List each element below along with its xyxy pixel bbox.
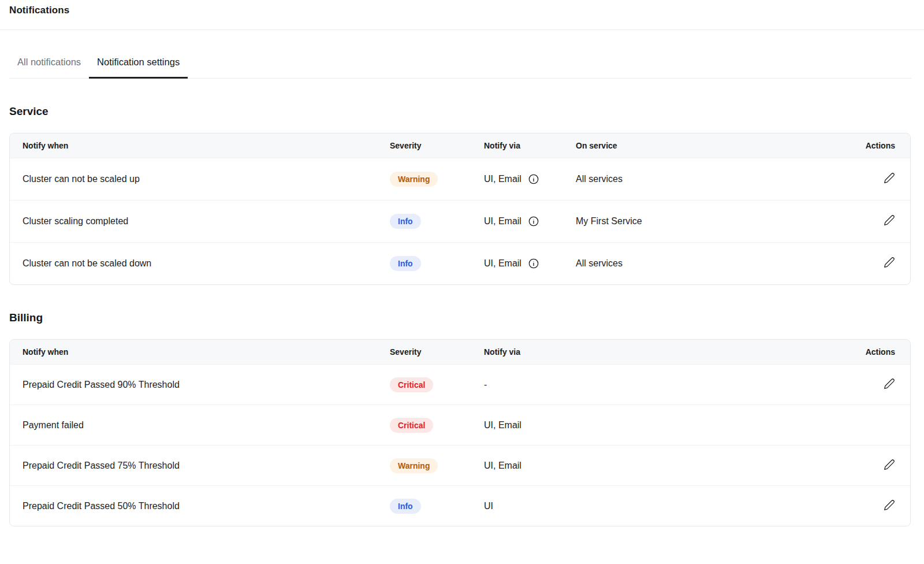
col-header-notify-via: Notify via: [471, 133, 563, 158]
severity-badge: Critical: [390, 418, 433, 433]
tab-all-notifications[interactable]: All notifications: [9, 51, 89, 79]
billing-header-row: Notify when Severity Notify via Actions: [10, 340, 910, 364]
info-icon[interactable]: [528, 258, 539, 269]
notify-when-cell: Cluster scaling completed: [10, 200, 377, 242]
notify-when-cell: Prepaid Credit Passed 75% Threshold: [10, 445, 377, 485]
service-table: Notify when Severity Notify via On servi…: [9, 133, 911, 285]
pencil-icon: [884, 172, 895, 184]
edit-button[interactable]: [884, 257, 895, 268]
pencil-icon: [884, 459, 895, 470]
severity-badge: Critical: [390, 377, 433, 392]
notify-when-cell: Cluster can not be scaled down: [10, 242, 377, 284]
notify-via-cell: UI, Email: [471, 445, 835, 485]
info-icon[interactable]: [528, 173, 539, 185]
edit-button[interactable]: [884, 214, 895, 226]
col-header-actions: Actions: [835, 133, 910, 158]
edit-button[interactable]: [884, 172, 895, 184]
notify-when-cell: Cluster can not be scaled up: [10, 158, 377, 200]
on-service-cell: All services: [563, 158, 835, 200]
notify-via-cell: UI, Email: [484, 174, 521, 184]
billing-table: Notify when Severity Notify via Actions …: [9, 339, 911, 526]
pencil-icon: [884, 378, 895, 389]
severity-badge: Warning: [390, 172, 438, 187]
severity-badge: Info: [390, 214, 421, 229]
table-row: Cluster can not be scaled up Warning UI,…: [10, 158, 910, 200]
tab-bar: All notifications Notification settings: [9, 51, 911, 79]
main-content: Service Notify when Severity Notify via …: [0, 105, 924, 526]
service-header-row: Notify when Severity Notify via On servi…: [10, 133, 910, 158]
pencil-icon: [884, 257, 895, 268]
notify-via-cell: UI, Email: [471, 405, 835, 445]
col-header-severity: Severity: [377, 340, 471, 364]
notify-via-cell: UI, Email: [484, 258, 521, 269]
edit-button[interactable]: [884, 499, 895, 511]
on-service-cell: All services: [563, 242, 835, 284]
notify-when-cell: Prepaid Credit Passed 50% Threshold: [10, 485, 377, 526]
col-header-notify-via: Notify via: [471, 340, 835, 364]
table-row: Prepaid Credit Passed 75% Threshold Warn…: [10, 445, 910, 485]
on-service-cell: My First Service: [563, 200, 835, 242]
severity-badge: Info: [390, 499, 421, 514]
notify-via-cell: UI, Email: [484, 216, 521, 227]
edit-button[interactable]: [884, 378, 895, 389]
notify-when-cell: Prepaid Credit Passed 90% Threshold: [10, 364, 377, 405]
section-title-billing: Billing: [9, 311, 911, 324]
notify-when-cell: Payment failed: [10, 405, 377, 445]
page-header: Notifications: [0, 0, 924, 30]
section-title-service: Service: [9, 105, 911, 118]
tab-notification-settings[interactable]: Notification settings: [89, 51, 188, 79]
table-row: Cluster can not be scaled down Info UI, …: [10, 242, 910, 284]
col-header-on-service: On service: [563, 133, 835, 158]
pencil-icon: [884, 499, 895, 511]
col-header-notify-when: Notify when: [10, 340, 377, 364]
table-row: Prepaid Credit Passed 90% Threshold Crit…: [10, 364, 910, 405]
table-row: Prepaid Credit Passed 50% Threshold Info…: [10, 485, 910, 526]
col-header-actions: Actions: [835, 340, 910, 364]
col-header-severity: Severity: [377, 133, 471, 158]
table-row: Payment failed Critical UI, Email: [10, 405, 910, 445]
severity-badge: Info: [390, 256, 421, 271]
pencil-icon: [884, 214, 895, 226]
notify-via-cell: -: [471, 364, 835, 405]
page-title: Notifications: [9, 5, 915, 16]
table-row: Cluster scaling completed Info UI, Email…: [10, 200, 910, 242]
info-icon[interactable]: [528, 216, 539, 227]
notify-via-cell: UI: [471, 485, 835, 526]
col-header-notify-when: Notify when: [10, 133, 377, 158]
edit-button[interactable]: [884, 459, 895, 470]
severity-badge: Warning: [390, 458, 438, 473]
